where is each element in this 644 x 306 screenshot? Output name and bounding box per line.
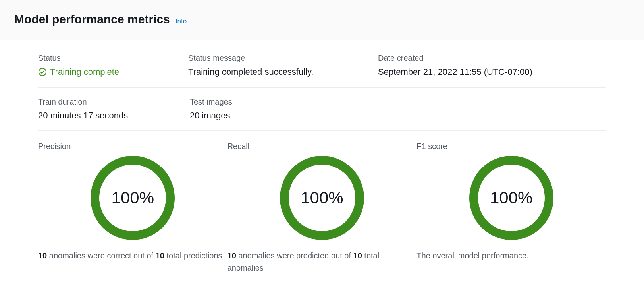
recall-total-count: 10	[353, 251, 362, 260]
precision-donut-wrap: 100%	[38, 156, 228, 240]
status-label: Status	[38, 54, 188, 63]
precision-percent: 100%	[112, 188, 154, 207]
f1-card: F1 score 100% The overall model performa…	[416, 142, 606, 274]
train-duration-label: Train duration	[38, 97, 190, 107]
date-created-label: Date created	[378, 54, 606, 63]
summary-row-1: Status Training complete Status message …	[38, 40, 606, 88]
precision-correct-count: 10	[38, 251, 47, 260]
test-images-value: 20 images	[190, 110, 398, 121]
status-value-line: Training complete	[38, 67, 188, 77]
status-message-field: Status message Training completed succes…	[188, 54, 378, 77]
summary-row-2: Train duration 20 minutes 17 seconds Tes…	[38, 88, 606, 131]
content: Status Training complete Status message …	[0, 40, 644, 274]
recall-predicted-count: 10	[228, 251, 236, 260]
precision-label: Precision	[38, 142, 228, 151]
train-duration-field: Train duration 20 minutes 17 seconds	[38, 97, 190, 121]
info-link[interactable]: Info	[175, 17, 187, 25]
precision-total-count: 10	[156, 251, 164, 260]
status-field: Status Training complete	[38, 54, 188, 77]
recall-percent: 100%	[301, 188, 343, 207]
precision-donut: 100%	[91, 156, 175, 240]
recall-description: 10 anomalies were predicted out of 10 to…	[228, 250, 417, 274]
f1-percent: 100%	[490, 188, 532, 207]
recall-label: Recall	[228, 142, 417, 151]
status-message-value: Training completed successfully.	[188, 67, 378, 77]
recall-donut: 100%	[280, 156, 364, 240]
precision-card: Precision 100% 10 anomalies were correct…	[38, 142, 228, 274]
check-circle-icon	[38, 68, 47, 76]
precision-description: 10 anomalies were correct out of 10 tota…	[38, 250, 228, 262]
page-title: Model performance metrics	[14, 13, 170, 26]
date-created-field: Date created September 21, 2022 11:55 (U…	[378, 54, 606, 77]
f1-description: The overall model performance.	[416, 250, 606, 262]
f1-label: F1 score	[416, 142, 606, 151]
svg-point-0	[39, 68, 46, 76]
f1-donut: 100%	[469, 156, 553, 240]
status-value: Training complete	[50, 67, 119, 77]
date-created-value: September 21, 2022 11:55 (UTC-07:00)	[378, 67, 606, 77]
f1-donut-wrap: 100%	[416, 156, 606, 240]
recall-card: Recall 100% 10 anomalies were predicted …	[228, 142, 417, 274]
page-header: Model performance metrics Info	[0, 0, 644, 40]
test-images-field: Test images 20 images	[190, 97, 398, 121]
status-message-label: Status message	[188, 54, 378, 63]
train-duration-value: 20 minutes 17 seconds	[38, 110, 190, 121]
test-images-label: Test images	[190, 97, 398, 107]
metrics-row: Precision 100% 10 anomalies were correct…	[38, 131, 606, 274]
recall-donut-wrap: 100%	[228, 156, 417, 240]
